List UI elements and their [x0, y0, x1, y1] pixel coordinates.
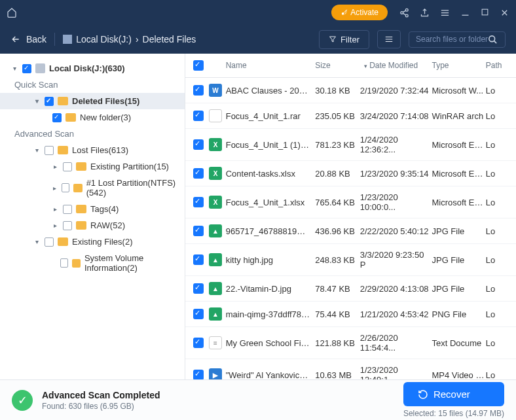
- table-row[interactable]: Focus_4_Unit_1.rar 235.05 KB 3/24/2020 7…: [185, 103, 516, 129]
- list-view-button[interactable]: [377, 30, 401, 48]
- file-type: JPG File: [432, 226, 485, 236]
- svg-point-5: [489, 35, 495, 41]
- chevron-down-icon[interactable]: ▾: [33, 97, 41, 105]
- tree-tags[interactable]: ▸ Tags(4): [0, 201, 185, 217]
- table-row[interactable]: ▲ 965717_46788819328634... 436.96 KB 2/2…: [185, 219, 516, 244]
- col-size[interactable]: Size: [315, 61, 330, 70]
- file-type-icon: ▲: [209, 282, 222, 295]
- breadcrumb[interactable]: Local Disk(J:) › Deleted Files: [63, 34, 196, 44]
- table-row[interactable]: ▲ kitty high.jpg 248.83 KB 3/3/2020 9:23…: [185, 244, 516, 276]
- col-path[interactable]: Path: [486, 61, 508, 70]
- tree-svi[interactable]: System Volume Information(2): [0, 250, 185, 276]
- row-checkbox[interactable]: [193, 283, 204, 294]
- sort-arrow-icon: ▾: [364, 63, 367, 69]
- close-icon[interactable]: [500, 8, 509, 18]
- checkbox[interactable]: [45, 237, 54, 247]
- file-type: JPG File: [432, 284, 485, 294]
- folder-icon: [76, 162, 86, 171]
- table-row[interactable]: W ABAC Clauses - 20191204... 30.18 KB 2/…: [185, 78, 516, 103]
- file-date: 1/23/2020 9:35:14: [360, 169, 432, 179]
- chevron-right-icon: ›: [136, 34, 139, 44]
- activate-button[interactable]: Activate: [331, 5, 388, 20]
- checkbox[interactable]: [45, 97, 54, 106]
- chevron-right-icon[interactable]: ▸: [51, 222, 59, 229]
- table-row[interactable]: X Focus_4_Unit_1 (1).xlsx 781.23 KB 1/24…: [185, 129, 516, 161]
- table-row[interactable]: X Focus_4_Unit_1.xlsx 765.64 KB 1/23/202…: [185, 186, 516, 219]
- checkbox[interactable]: [22, 64, 31, 73]
- search-icon[interactable]: [488, 35, 498, 44]
- row-checkbox[interactable]: [193, 254, 204, 265]
- row-checkbox[interactable]: [193, 139, 204, 150]
- row-checkbox[interactable]: [193, 370, 204, 379]
- scan-status-title: Advanced Scan Completed: [42, 390, 160, 400]
- tree-existing-partition[interactable]: ▸ Existing Partition(15): [0, 158, 185, 175]
- file-type: Microsoft Ex...: [432, 140, 485, 150]
- chevron-right-icon[interactable]: ▸: [51, 163, 59, 170]
- recover-button[interactable]: Recover: [403, 382, 504, 406]
- checkbox[interactable]: [63, 221, 72, 230]
- file-name: Focus_4_Unit_1 (1).xlsx: [226, 140, 316, 150]
- checkbox[interactable]: [63, 205, 72, 214]
- file-list: Name Size ▾ Date Modified Type Path W AB…: [185, 54, 516, 379]
- tree-raw[interactable]: ▸ RAW(52): [0, 217, 185, 234]
- chevron-down-icon[interactable]: ▾: [10, 65, 18, 72]
- filter-button[interactable]: Filter: [319, 30, 369, 49]
- back-button[interactable]: Back: [10, 34, 46, 44]
- table-row[interactable]: ▲ main-qimg-37ddff787ab3e... 75.44 KB 1/…: [185, 302, 516, 327]
- row-checkbox[interactable]: [193, 338, 204, 348]
- select-all-checkbox[interactable]: [193, 60, 204, 71]
- chevron-down-icon[interactable]: ▾: [33, 147, 41, 154]
- export-icon[interactable]: [420, 8, 430, 18]
- search-input[interactable]: [416, 35, 488, 44]
- file-name: kitty high.jpg: [226, 255, 316, 265]
- folder-icon: [58, 146, 68, 154]
- table-row[interactable]: ▲ 22.-Vitamin-D.jpg 78.47 KB 2/29/2020 4…: [185, 276, 516, 302]
- file-name: 22.-Vitamin-D.jpg: [226, 284, 316, 294]
- tree-root[interactable]: ▾ Local Disk(J:)(630): [0, 60, 185, 77]
- checkbox[interactable]: [62, 183, 69, 192]
- file-type-icon: [209, 109, 222, 122]
- col-type[interactable]: Type: [432, 61, 485, 70]
- chevron-right-icon[interactable]: ▸: [51, 205, 59, 213]
- minimize-icon[interactable]: [460, 8, 470, 18]
- chevron-right-icon[interactable]: ▸: [51, 184, 58, 192]
- col-name[interactable]: Name: [226, 61, 316, 70]
- table-row[interactable]: ▶ "Weird" Al Yankovic - Amis... 10.63 MB…: [185, 359, 516, 379]
- filter-label: Filter: [341, 35, 359, 44]
- file-date: 1/24/2020 12:36:2...: [360, 135, 432, 154]
- activate-label: Activate: [350, 8, 378, 17]
- check-circle-icon: ✓: [12, 390, 33, 411]
- col-date[interactable]: Date Modified: [369, 61, 418, 70]
- chevron-down-icon[interactable]: ▾: [33, 238, 41, 245]
- checkbox[interactable]: [60, 258, 68, 268]
- folder-icon: [58, 237, 68, 246]
- row-checkbox[interactable]: [193, 111, 204, 121]
- tree-existing-files[interactable]: ▾ Existing Files(2): [0, 234, 185, 250]
- row-checkbox[interactable]: [193, 197, 204, 207]
- disk-icon: [35, 63, 45, 73]
- checkbox[interactable]: [52, 113, 62, 122]
- maximize-icon[interactable]: [481, 8, 489, 18]
- file-name: My Green School Final Insi...: [226, 338, 316, 348]
- tree-lost-files[interactable]: ▾ Lost Files(613): [0, 142, 185, 158]
- file-type: Microsoft Ex...: [432, 169, 485, 179]
- tree-deleted-files[interactable]: ▾ Deleted Files(15): [0, 93, 185, 109]
- row-checkbox[interactable]: [193, 85, 204, 96]
- row-checkbox[interactable]: [193, 309, 204, 319]
- tree-new-folder[interactable]: New folder(3): [0, 109, 185, 126]
- home-icon[interactable]: [7, 7, 17, 18]
- row-checkbox[interactable]: [193, 168, 204, 179]
- share-icon[interactable]: [399, 8, 409, 18]
- tree-label: Existing Partition(15): [90, 162, 169, 171]
- checkbox[interactable]: [45, 146, 54, 155]
- row-checkbox[interactable]: [193, 226, 204, 236]
- tree-lost-partition[interactable]: ▸ #1 Lost Partition(NTFS)(542): [0, 175, 185, 201]
- menu-icon[interactable]: [440, 8, 450, 18]
- svg-rect-4: [482, 9, 488, 15]
- search-box[interactable]: [409, 31, 506, 48]
- section-advanced-scan: Advanced Scan: [0, 126, 185, 142]
- checkbox[interactable]: [63, 162, 72, 171]
- table-row[interactable]: X Content-tasks.xlsx 20.88 KB 1/23/2020 …: [185, 161, 516, 186]
- file-path: Lo: [486, 86, 508, 96]
- table-row[interactable]: ≡ My Green School Final Insi... 121.88 K…: [185, 327, 516, 359]
